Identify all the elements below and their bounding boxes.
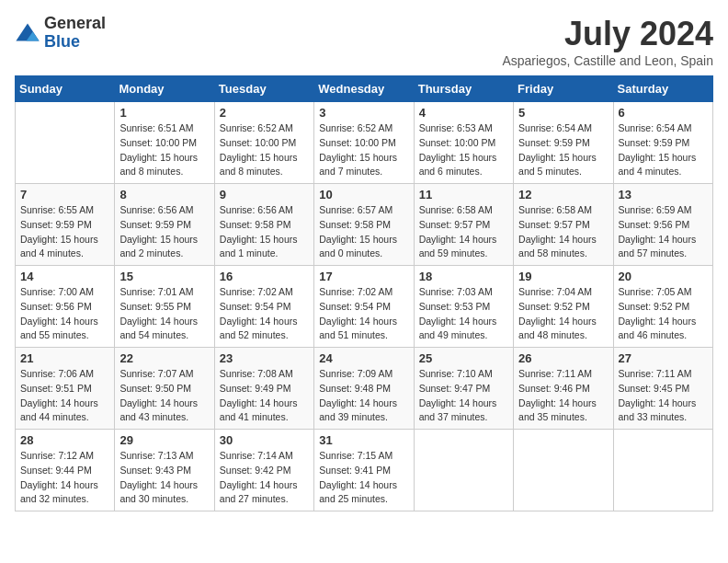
day-number: 19 bbox=[518, 270, 608, 283]
day-info: Sunrise: 7:01 AMSunset: 9:55 PMDaylight:… bbox=[119, 285, 209, 343]
day-number: 11 bbox=[419, 188, 508, 201]
calendar-table: SundayMondayTuesdayWednesdayThursdayFrid… bbox=[15, 75, 713, 511]
day-info: Sunrise: 6:58 AMSunset: 9:57 PMDaylight:… bbox=[518, 203, 608, 261]
day-info: Sunrise: 7:06 AMSunset: 9:51 PMDaylight:… bbox=[20, 367, 109, 425]
day-number: 15 bbox=[119, 270, 209, 283]
day-number: 28 bbox=[20, 433, 109, 447]
calendar-cell bbox=[514, 430, 613, 511]
day-number: 26 bbox=[518, 351, 608, 365]
day-info: Sunrise: 7:13 AMSunset: 9:43 PMDaylight:… bbox=[119, 449, 209, 507]
week-row-4: 21Sunrise: 7:06 AMSunset: 9:51 PMDayligh… bbox=[16, 348, 713, 430]
calendar-cell: 19Sunrise: 7:04 AMSunset: 9:52 PMDayligh… bbox=[514, 266, 613, 348]
calendar-cell: 29Sunrise: 7:13 AMSunset: 9:43 PMDayligh… bbox=[115, 430, 214, 511]
logo-icon bbox=[15, 20, 40, 46]
header-day-friday: Friday bbox=[514, 76, 613, 102]
day-info: Sunrise: 7:03 AMSunset: 9:53 PMDaylight:… bbox=[419, 285, 508, 343]
day-info: Sunrise: 6:55 AMSunset: 9:59 PMDaylight:… bbox=[20, 203, 109, 261]
day-number: 25 bbox=[419, 351, 508, 365]
header-day-monday: Monday bbox=[115, 76, 214, 102]
day-number: 29 bbox=[119, 433, 209, 447]
calendar-cell bbox=[613, 430, 712, 511]
day-info: Sunrise: 7:11 AMSunset: 9:45 PMDaylight:… bbox=[619, 367, 708, 425]
day-number: 23 bbox=[220, 351, 309, 365]
calendar-cell: 15Sunrise: 7:01 AMSunset: 9:55 PMDayligh… bbox=[115, 266, 214, 348]
calendar-cell: 16Sunrise: 7:02 AMSunset: 9:54 PMDayligh… bbox=[214, 266, 313, 348]
day-number: 31 bbox=[319, 433, 408, 447]
calendar-header: SundayMondayTuesdayWednesdayThursdayFrid… bbox=[16, 76, 713, 102]
day-info: Sunrise: 6:58 AMSunset: 9:57 PMDaylight:… bbox=[419, 203, 508, 261]
day-number: 22 bbox=[119, 351, 209, 365]
day-info: Sunrise: 6:56 AMSunset: 9:59 PMDaylight:… bbox=[119, 203, 209, 261]
calendar-cell: 26Sunrise: 7:11 AMSunset: 9:46 PMDayligh… bbox=[514, 348, 613, 430]
calendar-cell: 25Sunrise: 7:10 AMSunset: 9:47 PMDayligh… bbox=[414, 348, 513, 430]
week-row-2: 7Sunrise: 6:55 AMSunset: 9:59 PMDaylight… bbox=[16, 184, 713, 266]
day-info: Sunrise: 6:54 AMSunset: 9:59 PMDaylight:… bbox=[619, 121, 708, 179]
day-info: Sunrise: 7:02 AMSunset: 9:54 PMDaylight:… bbox=[220, 285, 309, 343]
day-number: 20 bbox=[619, 270, 708, 283]
calendar-cell: 8Sunrise: 6:56 AMSunset: 9:59 PMDaylight… bbox=[115, 184, 214, 266]
day-info: Sunrise: 6:53 AMSunset: 10:00 PMDaylight… bbox=[419, 121, 508, 179]
day-number: 18 bbox=[419, 270, 508, 283]
day-info: Sunrise: 6:52 AMSunset: 10:00 PMDaylight… bbox=[220, 121, 309, 179]
week-row-5: 28Sunrise: 7:12 AMSunset: 9:44 PMDayligh… bbox=[16, 430, 713, 511]
week-row-1: 1Sunrise: 6:51 AMSunset: 10:00 PMDayligh… bbox=[16, 102, 713, 184]
calendar-cell: 22Sunrise: 7:07 AMSunset: 9:50 PMDayligh… bbox=[115, 348, 214, 430]
day-number: 24 bbox=[319, 351, 408, 365]
header-row: SundayMondayTuesdayWednesdayThursdayFrid… bbox=[16, 76, 713, 102]
day-info: Sunrise: 7:02 AMSunset: 9:54 PMDaylight:… bbox=[319, 285, 408, 343]
day-number: 14 bbox=[20, 270, 109, 283]
header-day-thursday: Thursday bbox=[414, 76, 513, 102]
calendar-cell: 18Sunrise: 7:03 AMSunset: 9:53 PMDayligh… bbox=[414, 266, 513, 348]
day-info: Sunrise: 6:54 AMSunset: 9:59 PMDaylight:… bbox=[518, 121, 608, 179]
calendar-cell: 28Sunrise: 7:12 AMSunset: 9:44 PMDayligh… bbox=[16, 430, 115, 511]
day-info: Sunrise: 6:59 AMSunset: 9:56 PMDaylight:… bbox=[619, 203, 708, 261]
day-info: Sunrise: 7:11 AMSunset: 9:46 PMDaylight:… bbox=[518, 367, 608, 425]
day-number: 8 bbox=[119, 188, 209, 201]
calendar-cell: 5Sunrise: 6:54 AMSunset: 9:59 PMDaylight… bbox=[514, 102, 613, 184]
day-number: 7 bbox=[20, 188, 109, 201]
calendar-cell: 10Sunrise: 6:57 AMSunset: 9:58 PMDayligh… bbox=[314, 184, 414, 266]
calendar-cell: 30Sunrise: 7:14 AMSunset: 9:42 PMDayligh… bbox=[214, 430, 313, 511]
calendar-cell: 21Sunrise: 7:06 AMSunset: 9:51 PMDayligh… bbox=[16, 348, 115, 430]
day-info: Sunrise: 7:12 AMSunset: 9:44 PMDaylight:… bbox=[20, 449, 109, 507]
day-info: Sunrise: 7:15 AMSunset: 9:41 PMDaylight:… bbox=[319, 449, 408, 507]
day-info: Sunrise: 7:10 AMSunset: 9:47 PMDaylight:… bbox=[419, 367, 508, 425]
calendar-cell: 9Sunrise: 6:56 AMSunset: 9:58 PMDaylight… bbox=[214, 184, 313, 266]
day-number: 30 bbox=[220, 433, 309, 447]
page-header: General Blue July 2024 Aspariegos, Casti… bbox=[15, 15, 713, 68]
header-day-saturday: Saturday bbox=[613, 76, 712, 102]
calendar-cell: 3Sunrise: 6:52 AMSunset: 10:00 PMDayligh… bbox=[314, 102, 414, 184]
day-number: 21 bbox=[20, 351, 109, 365]
calendar-cell: 14Sunrise: 7:00 AMSunset: 9:56 PMDayligh… bbox=[16, 266, 115, 348]
calendar-cell: 7Sunrise: 6:55 AMSunset: 9:59 PMDaylight… bbox=[16, 184, 115, 266]
logo-general-text: General bbox=[44, 15, 106, 33]
calendar-cell: 13Sunrise: 6:59 AMSunset: 9:56 PMDayligh… bbox=[613, 184, 712, 266]
calendar-cell: 6Sunrise: 6:54 AMSunset: 9:59 PMDaylight… bbox=[613, 102, 712, 184]
day-number: 9 bbox=[220, 188, 309, 201]
day-info: Sunrise: 7:07 AMSunset: 9:50 PMDaylight:… bbox=[119, 367, 209, 425]
calendar-cell bbox=[16, 102, 115, 184]
calendar-cell: 31Sunrise: 7:15 AMSunset: 9:41 PMDayligh… bbox=[314, 430, 414, 511]
week-row-3: 14Sunrise: 7:00 AMSunset: 9:56 PMDayligh… bbox=[16, 266, 713, 348]
calendar-cell: 1Sunrise: 6:51 AMSunset: 10:00 PMDayligh… bbox=[115, 102, 214, 184]
logo: General Blue bbox=[15, 15, 106, 52]
day-info: Sunrise: 6:57 AMSunset: 9:58 PMDaylight:… bbox=[319, 203, 408, 261]
day-number: 3 bbox=[319, 106, 408, 120]
day-number: 2 bbox=[220, 106, 309, 120]
day-info: Sunrise: 6:52 AMSunset: 10:00 PMDaylight… bbox=[319, 121, 408, 179]
day-number: 16 bbox=[220, 270, 309, 283]
day-number: 13 bbox=[619, 188, 708, 201]
day-info: Sunrise: 7:00 AMSunset: 9:56 PMDaylight:… bbox=[20, 285, 109, 343]
day-info: Sunrise: 7:09 AMSunset: 9:48 PMDaylight:… bbox=[319, 367, 408, 425]
day-info: Sunrise: 7:04 AMSunset: 9:52 PMDaylight:… bbox=[518, 285, 608, 343]
calendar-cell: 17Sunrise: 7:02 AMSunset: 9:54 PMDayligh… bbox=[314, 266, 414, 348]
day-info: Sunrise: 6:56 AMSunset: 9:58 PMDaylight:… bbox=[220, 203, 309, 261]
calendar-cell: 4Sunrise: 6:53 AMSunset: 10:00 PMDayligh… bbox=[414, 102, 513, 184]
header-day-sunday: Sunday bbox=[16, 76, 115, 102]
day-number: 5 bbox=[518, 106, 608, 120]
title-area: July 2024 Aspariegos, Castille and Leon,… bbox=[502, 15, 713, 68]
day-number: 17 bbox=[319, 270, 408, 283]
day-number: 6 bbox=[619, 106, 708, 120]
calendar-cell: 2Sunrise: 6:52 AMSunset: 10:00 PMDayligh… bbox=[214, 102, 313, 184]
calendar-body: 1Sunrise: 6:51 AMSunset: 10:00 PMDayligh… bbox=[16, 102, 713, 511]
